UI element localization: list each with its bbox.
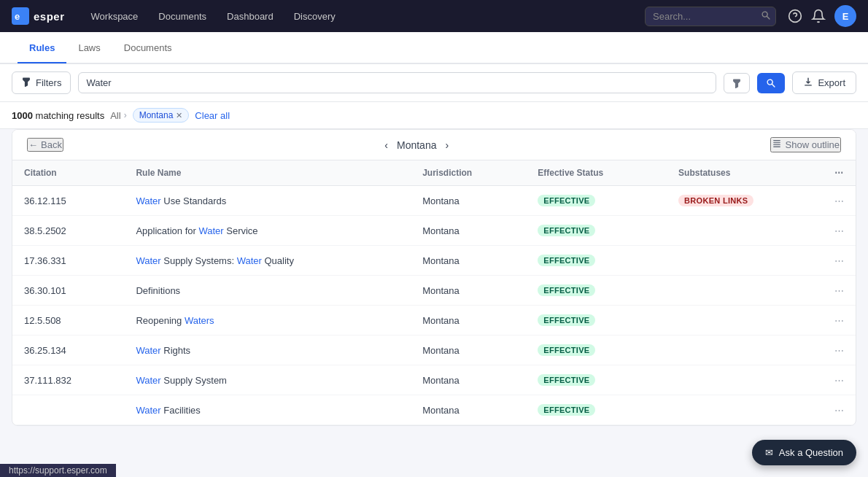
search-go-button[interactable] <box>757 73 785 93</box>
remove-filter-button[interactable]: ✕ <box>176 111 182 120</box>
cell-rule-name[interactable]: Water Supply System <box>124 365 411 395</box>
table-row[interactable]: 36.25.134Water RightsMontanaEFFECTIVE⋯ <box>12 336 856 365</box>
cell-more-options[interactable]: ⋯ <box>823 186 856 216</box>
nav-links: Workspace Documents Dashboard Discovery <box>82 8 645 25</box>
cell-rule-name[interactable]: Water Rights <box>124 336 411 365</box>
results-table: Citation Rule Name Jurisdiction Effectiv… <box>12 160 856 425</box>
cell-more-options[interactable]: ⋯ <box>823 246 856 276</box>
nav-documents[interactable]: Documents <box>150 8 215 25</box>
back-arrow-icon: ← <box>28 139 38 150</box>
table-row[interactable]: 38.5.2502Application for Water ServiceMo… <box>12 216 856 246</box>
col-jurisdiction: Jurisdiction <box>411 160 526 186</box>
table-row[interactable]: 17.36.331Water Supply Systems: Water Qua… <box>12 246 856 276</box>
svg-text:e: e <box>15 11 20 22</box>
tab-documents[interactable]: Documents <box>112 34 184 63</box>
cell-status: EFFECTIVE <box>526 395 667 425</box>
ask-question-button[interactable]: ✉ Ask a Question <box>752 440 856 465</box>
results-count: 1000 matching results <box>12 110 104 121</box>
prev-icon[interactable]: ‹ <box>384 139 388 151</box>
table-row[interactable]: Water FacilitiesMontanaEFFECTIVE⋯ <box>12 395 856 425</box>
cell-substatus: BROKEN LINKS <box>667 186 823 216</box>
cell-citation: 12.5.508 <box>12 306 124 336</box>
cell-more-options[interactable]: ⋯ <box>823 216 856 246</box>
nav-dashboard[interactable]: Dashboard <box>218 8 282 25</box>
cell-substatus <box>667 395 823 425</box>
filters-button[interactable]: Filters <box>12 71 71 94</box>
filter-options-button[interactable] <box>724 73 750 93</box>
table-row[interactable]: 36.30.101DefinitionsMontanaEFFECTIVE⋯ <box>12 276 856 306</box>
cell-rule-name[interactable]: Water Supply Systems: Water Quality <box>124 246 411 276</box>
main-search-box[interactable] <box>78 72 716 93</box>
nav-workspace[interactable]: Workspace <box>82 8 147 25</box>
col-rule-name: Rule Name <box>124 160 411 186</box>
nav-search-input[interactable] <box>653 11 755 22</box>
email-icon: ✉ <box>765 447 773 458</box>
nav-discovery[interactable]: Discovery <box>285 8 344 25</box>
logo-text: esper <box>34 10 65 23</box>
back-button[interactable]: ← Back <box>27 138 63 152</box>
table-body: 36.12.115Water Use StandardsMontanaEFFEC… <box>12 186 856 425</box>
cell-substatus <box>667 216 823 246</box>
status-bar: https://support.esper.com <box>0 464 116 477</box>
cell-substatus <box>667 365 823 395</box>
montana-title: ‹ Montana › <box>384 139 449 151</box>
tab-laws[interactable]: Laws <box>66 34 112 63</box>
app-logo[interactable]: e esper <box>12 7 65 25</box>
cell-rule-name[interactable]: Water Facilities <box>124 395 411 425</box>
cell-citation: 36.12.115 <box>12 186 124 216</box>
nav-icon-group: E <box>788 5 856 27</box>
cell-rule-name[interactable]: Definitions <box>124 276 411 306</box>
main-search-input[interactable] <box>86 77 708 88</box>
show-outline-button[interactable]: Show outline <box>770 137 841 152</box>
results-summary-row: 1000 matching results All › Montana ✕ Cl… <box>0 102 868 129</box>
cell-citation: 37.111.832 <box>12 365 124 395</box>
col-substatuses: Substatuses <box>667 160 823 186</box>
cell-jurisdiction: Montana <box>411 216 526 246</box>
export-button[interactable]: Export <box>792 71 856 94</box>
nav-search-box[interactable] <box>645 7 776 26</box>
cell-jurisdiction: Montana <box>411 276 526 306</box>
cell-jurisdiction: Montana <box>411 365 526 395</box>
cell-rule-name[interactable]: Water Use Standards <box>124 186 411 216</box>
cell-more-options[interactable]: ⋯ <box>823 306 856 336</box>
user-avatar[interactable]: E <box>834 5 856 27</box>
cell-status: EFFECTIVE <box>526 336 667 365</box>
help-icon-button[interactable] <box>788 9 802 23</box>
table-row[interactable]: 12.5.508Reopening WatersMontanaEFFECTIVE… <box>12 306 856 336</box>
cell-substatus <box>667 246 823 276</box>
next-icon[interactable]: › <box>445 139 449 151</box>
cell-status: EFFECTIVE <box>526 216 667 246</box>
cell-citation: 38.5.2502 <box>12 216 124 246</box>
notification-icon-button[interactable] <box>811 9 826 23</box>
col-citation: Citation <box>12 160 124 186</box>
top-navigation: e esper Workspace Documents Dashboard Di… <box>0 0 868 32</box>
cell-jurisdiction: Montana <box>411 246 526 276</box>
cell-more-options[interactable]: ⋯ <box>823 365 856 395</box>
cell-status: EFFECTIVE <box>526 186 667 216</box>
table-row[interactable]: 37.111.832Water Supply SystemMontanaEFFE… <box>12 365 856 395</box>
cell-rule-name[interactable]: Application for Water Service <box>124 216 411 246</box>
cell-more-options[interactable]: ⋯ <box>823 336 856 365</box>
cell-rule-name[interactable]: Reopening Waters <box>124 306 411 336</box>
active-filter-tag: Montana ✕ <box>133 108 190 123</box>
search-icon <box>761 10 771 23</box>
cell-citation: 36.30.101 <box>12 276 124 306</box>
cell-jurisdiction: Montana <box>411 306 526 336</box>
cell-citation: 17.36.331 <box>12 246 124 276</box>
cell-jurisdiction: Montana <box>411 186 526 216</box>
filter-icon <box>21 77 31 89</box>
cell-citation <box>12 395 124 425</box>
filter-tag-label: Montana <box>139 110 174 120</box>
cell-jurisdiction: Montana <box>411 336 526 365</box>
cell-more-options[interactable]: ⋯ <box>823 395 856 425</box>
tab-rules[interactable]: Rules <box>18 34 66 63</box>
cell-more-options[interactable]: ⋯ <box>823 276 856 306</box>
clear-all-link[interactable]: Clear all <box>195 110 230 121</box>
cell-jurisdiction: Montana <box>411 395 526 425</box>
montana-nav-bar: ← Back ‹ Montana › Show outline <box>12 130 856 160</box>
col-more: ⋯ <box>823 160 856 186</box>
table-row[interactable]: 36.12.115Water Use StandardsMontanaEFFEC… <box>12 186 856 216</box>
cell-citation: 36.25.134 <box>12 336 124 365</box>
back-label: Back <box>41 139 62 150</box>
cell-status: EFFECTIVE <box>526 365 667 395</box>
